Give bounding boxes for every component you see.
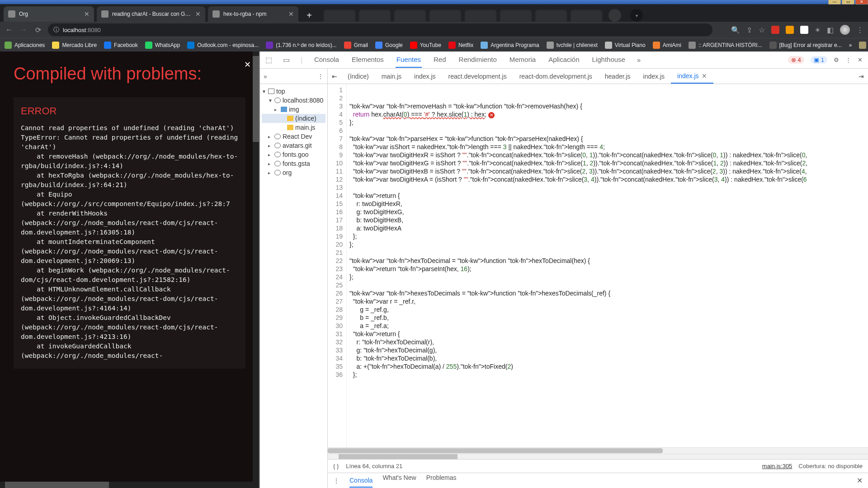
editor-h-scrollbar[interactable] xyxy=(328,447,868,454)
zoom-icon[interactable]: 🔍 xyxy=(731,26,740,34)
devtools-tab[interactable]: Consola xyxy=(313,52,340,68)
site-info-icon[interactable]: ⓘ xyxy=(53,26,59,34)
bookmark-item[interactable]: [Bug] Error al registrar e... xyxy=(769,42,842,49)
tab-close-icon[interactable]: ✕ xyxy=(195,10,201,18)
tree-label: React Dev xyxy=(283,133,312,140)
bookmark-item[interactable]: :: ARGENTINA HISTÓRI... xyxy=(689,42,762,49)
tab-overflow-dropdown[interactable]: ▾ xyxy=(630,9,643,22)
url-host: localhost xyxy=(63,27,86,33)
bookmark-item[interactable]: Gmail xyxy=(344,42,368,49)
devtools-tab[interactable]: Red xyxy=(433,52,447,68)
source-file-tab[interactable]: index.js xyxy=(408,69,442,84)
extensions-puzzle-icon[interactable]: ✴ xyxy=(815,26,821,34)
address-bar[interactable]: ⓘ localhost:8080 xyxy=(48,23,712,36)
devtools-tabs-overflow[interactable]: » xyxy=(637,56,641,64)
tree-node[interactable]: ▸img xyxy=(262,105,326,114)
tab-close-icon[interactable]: ✕ xyxy=(84,10,90,18)
tree-node[interactable]: (índice) xyxy=(262,114,326,123)
profile-avatar[interactable] xyxy=(840,25,850,35)
drawer-menu-icon[interactable]: ⋮ xyxy=(333,477,340,484)
share-icon[interactable]: ⇪ xyxy=(746,26,752,34)
drawer-tab[interactable]: What's New xyxy=(382,474,416,488)
tree-node[interactable]: ▸fonts.gsta xyxy=(262,159,326,168)
drawer-close-icon[interactable]: ✕ xyxy=(857,476,863,485)
navigator-h-scrollbar[interactable] xyxy=(328,454,868,459)
navigator-overflow[interactable]: » xyxy=(264,73,267,80)
devtools-tab[interactable]: Elementos xyxy=(351,52,385,68)
bookmark-item[interactable]: AmiAmi xyxy=(653,42,681,49)
new-tab-button[interactable]: + xyxy=(303,9,316,22)
source-file-tab[interactable]: (índice) xyxy=(341,69,375,84)
source-file-tab[interactable]: index.js✕ xyxy=(671,69,713,84)
status-source-link[interactable]: main.js:305 xyxy=(762,463,792,469)
bookmark-item[interactable]: (1.736 n.º de no leídos)... xyxy=(266,42,336,49)
back-button[interactable]: ← xyxy=(5,26,14,34)
bookmark-item[interactable]: YouTube xyxy=(410,42,441,49)
source-editor[interactable]: 1234567891011121314151617181920212223242… xyxy=(328,84,868,447)
source-file-tab[interactable]: react-dom.development.js xyxy=(513,69,599,84)
devtools-tab[interactable]: Aplicación xyxy=(547,52,580,68)
overlay-h-scrollbar[interactable] xyxy=(0,482,259,488)
browser-tab[interactable]: reading charAt - Buscar con Google✕ xyxy=(97,6,205,22)
bookmark-item[interactable]: Outlook.com - espinosa... xyxy=(187,42,259,49)
file-tab-nav-left[interactable]: ⇤ xyxy=(328,73,341,80)
forward-button[interactable]: → xyxy=(19,26,28,34)
cloud-icon xyxy=(274,98,281,103)
tree-node[interactable]: ▼localhost:8080 xyxy=(262,96,326,105)
side-panel-icon[interactable]: ◧ xyxy=(827,26,834,34)
source-file-tab[interactable]: main.js xyxy=(375,69,408,84)
tree-root[interactable]: ▼top xyxy=(262,87,326,96)
bookmark-item[interactable]: Aplicaciones xyxy=(5,42,45,49)
devtools-tab[interactable]: Lighthouse xyxy=(591,52,626,68)
file-tab-close-icon[interactable]: ✕ xyxy=(702,72,707,80)
devtools-tab[interactable]: Fuentes xyxy=(396,52,422,68)
extension-icon[interactable] xyxy=(786,26,794,34)
inline-error-icon[interactable]: ✕ xyxy=(488,112,495,118)
tree-node[interactable]: ▸avatars.git xyxy=(262,141,326,150)
os-minimize[interactable]: — xyxy=(828,0,841,5)
bookmark-item[interactable]: Facebook xyxy=(104,42,138,49)
tree-node[interactable]: ▸React Dev xyxy=(262,132,326,141)
bookmark-item[interactable]: Argentina Programa xyxy=(481,42,539,49)
inspect-element-icon[interactable]: ⬚ xyxy=(265,56,272,64)
bookmark-star-icon[interactable]: ☆ xyxy=(759,26,765,34)
pretty-print-icon[interactable]: { } xyxy=(333,463,339,469)
reload-button[interactable]: ⟳ xyxy=(33,26,42,34)
browser-tab[interactable]: Org✕ xyxy=(4,6,94,22)
drawer-tab[interactable]: Consola xyxy=(349,474,373,488)
bookmark-item[interactable]: Mercado Libre xyxy=(52,42,97,49)
browser-tab[interactable]: hex-to-rgba - npm✕ xyxy=(208,6,298,22)
tree-node[interactable]: ▸org xyxy=(262,168,326,177)
devtools-tab[interactable]: Rendimiento xyxy=(458,52,498,68)
navigator-menu-icon[interactable]: ⋮ xyxy=(317,73,324,80)
bookmark-item[interactable]: Netflix xyxy=(448,42,473,49)
bookmark-item[interactable]: Google xyxy=(375,42,403,49)
source-file-tab[interactable]: index.js xyxy=(637,69,671,84)
tab-close-icon[interactable]: ✕ xyxy=(288,10,294,18)
error-count-badge[interactable]: ⊗4 xyxy=(788,56,804,64)
overlay-v-scrollbar[interactable] xyxy=(253,52,259,482)
bookmark-item[interactable]: WhatsApp xyxy=(145,42,180,49)
devtools-tab[interactable]: Memoria xyxy=(509,52,537,68)
overlay-close-icon[interactable]: ✕ xyxy=(244,60,251,70)
tree-node[interactable]: ▸fonts.goo xyxy=(262,150,326,159)
drawer-tab[interactable]: Problemas xyxy=(426,474,457,488)
bookmark-item[interactable]: tvchile | chilenext xyxy=(547,42,598,49)
extension-icon[interactable] xyxy=(771,26,779,34)
extension-icon[interactable] xyxy=(800,26,808,34)
devtools-settings-icon[interactable]: ⚙ xyxy=(834,56,839,63)
os-maximize[interactable]: ▭ xyxy=(842,0,854,5)
devtools-menu-icon[interactable]: ⋮ xyxy=(845,56,851,63)
tree-node[interactable]: main.js xyxy=(262,123,326,132)
bookmark-item[interactable]: Virtual Piano xyxy=(605,42,646,49)
source-file-tab[interactable]: header.js xyxy=(599,69,637,84)
device-toolbar-icon[interactable]: ▭ xyxy=(283,56,290,64)
source-file-tab[interactable]: react.development.js xyxy=(442,69,513,84)
os-close[interactable]: ✕ xyxy=(855,0,868,5)
issue-count-badge[interactable]: ▣1 xyxy=(811,56,827,64)
devtools-close-icon[interactable]: ✕ xyxy=(858,56,863,63)
other-bookmarks[interactable]: Otros marcadores xyxy=(859,42,868,49)
file-tab-nav-right[interactable]: ⇥ xyxy=(854,73,868,80)
chrome-menu-icon[interactable]: ⋮ xyxy=(856,26,863,34)
bookmarks-overflow[interactable]: » xyxy=(849,42,852,48)
